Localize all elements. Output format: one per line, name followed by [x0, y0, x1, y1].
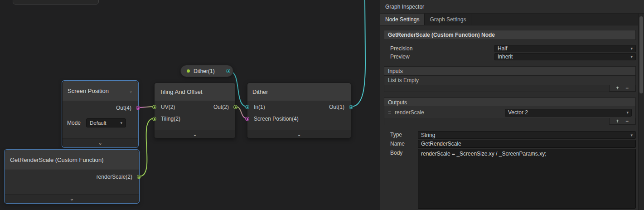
tab-node-settings[interactable]: Node Settings [380, 14, 425, 25]
collapse-chevron-icon: ⌄ [98, 140, 102, 146]
port-in-input[interactable] [245, 105, 249, 109]
outputs-list-header: Outputs [384, 98, 635, 107]
inspector-title: Graph Inspector [385, 4, 424, 10]
node-collapse-bar[interactable]: ⌄ [5, 194, 139, 203]
precision-dropdown[interactable]: Half ▾ [494, 45, 636, 52]
precision-row: Precision Half ▾ [384, 44, 636, 52]
outputs-list: Outputs = renderScale Vector 2 ▾ + − [384, 98, 636, 125]
preview-dropdown[interactable]: Inherit ▾ [494, 53, 636, 60]
name-input[interactable] [418, 140, 636, 148]
collapse-chevron-icon: ⌄ [297, 132, 301, 137]
preview-label: Preview [390, 54, 494, 60]
inputs-list-footer: + − [384, 85, 635, 92]
node-title-bar[interactable]: Dither [247, 83, 351, 101]
node-collapse-bar[interactable]: ⌄ [155, 130, 235, 138]
type-label: Type [384, 131, 418, 139]
node-title: GetRenderScale (Custom Function) [10, 156, 104, 163]
outputs-row-renderscale[interactable]: = renderScale Vector 2 ▾ [384, 107, 635, 118]
type-dropdown[interactable]: String ▾ [418, 131, 636, 139]
precision-label: Precision [390, 45, 494, 52]
node-dither[interactable]: Dither In(1) Out(1) Screen Position(4) ⌄ [247, 83, 351, 138]
port-out-float[interactable] [349, 105, 353, 109]
node-get-render-scale[interactable]: GetRenderScale (Custom Function) renderS… [5, 150, 139, 203]
tab-graph-settings[interactable]: Graph Settings [425, 14, 471, 25]
collapse-chevron-icon: ⌄ [193, 132, 197, 137]
port-label-out2: Out(2) [213, 104, 235, 110]
node-settings-header: GetRenderScale (Custom Function) Node [384, 30, 636, 40]
port-label-uv: UV(2) [155, 104, 175, 110]
name-row: Name [384, 140, 636, 148]
node-tiling-and-offset[interactable]: Tiling And Offset UV(2) Out(2) Tiling(2)… [154, 83, 236, 138]
property-node-label: Dither(1) [194, 68, 215, 74]
dropdown-arrow-icon: ▾ [121, 121, 123, 125]
body-row: Body renderScale = _ScreenSize.xy / _Scr… [384, 149, 636, 209]
port-label-in: In(1) [247, 104, 265, 110]
node-title-bar[interactable]: Screen Position ⌄ [63, 81, 138, 101]
port-label-out1: Out(1) [329, 104, 351, 110]
dropdown-arrow-icon: ▾ [626, 110, 629, 115]
node-body-spacer [5, 184, 139, 194]
inputs-list: Inputs List is Empty + − [384, 66, 636, 92]
graph-inspector-panel: Graph Inspector Node Settings Graph Sett… [380, 0, 644, 210]
remove-output-button[interactable]: − [625, 118, 629, 124]
inspector-body: GetRenderScale (Custom Function) Node Pr… [380, 25, 638, 210]
inspector-header[interactable]: Graph Inspector [380, 0, 644, 14]
port-label-renderscale: renderScale(2) [97, 174, 139, 180]
type-value: String [421, 132, 435, 138]
node-title: Dither [252, 88, 268, 95]
port-label-screen-position: Screen Position(4) [247, 116, 299, 122]
body-textarea[interactable]: renderScale = _ScreenSize.xy / _ScreenPa… [418, 149, 636, 209]
preview-row: Preview Inherit ▾ [384, 53, 636, 60]
inspector-scrollbar[interactable] [638, 14, 644, 210]
node-body-spacer [247, 125, 351, 130]
wire-renderscale-to-tiling [139, 118, 154, 176]
port-renderscale-output[interactable] [137, 175, 141, 179]
body-label: Body [384, 149, 418, 157]
node-title-bar[interactable]: Tiling And Offset [155, 83, 235, 101]
precision-value: Half [498, 45, 507, 52]
node-screen-position[interactable]: Screen Position ⌄ Out(4) Mode Default ▾ … [62, 81, 138, 147]
name-label: Name [384, 140, 418, 148]
outputs-list-footer: + − [384, 118, 635, 125]
property-output-port[interactable] [226, 69, 230, 73]
collapse-chevron-icon: ⌄ [69, 196, 74, 201]
type-row: Type String ▾ [384, 131, 636, 139]
dropdown-arrow-icon: ▾ [630, 133, 633, 137]
port-label-tiling: Tiling(2) [155, 116, 180, 122]
chevron-down-icon[interactable]: ⌄ [129, 88, 133, 93]
mode-label: Mode [67, 120, 81, 126]
mode-value: Default [90, 120, 106, 126]
port-label-out4: Out(4) [116, 105, 138, 111]
output-type-dropdown[interactable]: Vector 2 ▾ [505, 109, 632, 117]
node-title: Screen Position [68, 88, 109, 94]
drag-handle-icon[interactable]: = [388, 109, 391, 116]
property-node-dither[interactable]: Dither(1) [180, 65, 233, 77]
node-title: Tiling And Offset [160, 88, 203, 95]
offscreen-node-partial[interactable] [13, 0, 99, 5]
node-title-bar[interactable]: GetRenderScale (Custom Function) [5, 150, 139, 170]
exposed-property-dot-icon [187, 69, 190, 73]
wire-screenposition-to-uv [138, 107, 154, 107]
wire-dither-out-upward [351, 0, 365, 107]
add-output-button[interactable]: + [616, 118, 619, 124]
node-collapse-bar[interactable]: ⌄ [247, 130, 351, 138]
inspector-tab-bar: Node Settings Graph Settings [380, 14, 644, 25]
dropdown-arrow-icon: ▾ [630, 46, 633, 51]
port-uv-input[interactable] [152, 105, 156, 109]
inputs-list-header: Inputs [384, 67, 635, 76]
node-body-spacer [155, 125, 235, 130]
preview-value: Inherit [498, 54, 513, 60]
port-out-vector4[interactable] [136, 106, 140, 110]
port-out-vector2[interactable] [233, 105, 237, 109]
scrollbar-thumb[interactable] [639, 16, 643, 93]
remove-input-button[interactable]: − [625, 85, 629, 91]
output-type-value: Vector 2 [508, 109, 528, 116]
port-tiling-input[interactable] [152, 117, 156, 121]
graph-canvas[interactable]: Dither(1) Screen Position ⌄ Out(4) Mode … [0, 0, 380, 210]
mode-dropdown[interactable]: Default ▾ [86, 118, 126, 127]
shader-graph-window: Dither(1) Screen Position ⌄ Out(4) Mode … [0, 0, 644, 210]
add-input-button[interactable]: + [616, 85, 619, 91]
node-body-spacer [63, 130, 138, 138]
port-screen-position-input[interactable] [245, 117, 249, 121]
node-collapse-bar[interactable]: ⌄ [63, 138, 138, 147]
